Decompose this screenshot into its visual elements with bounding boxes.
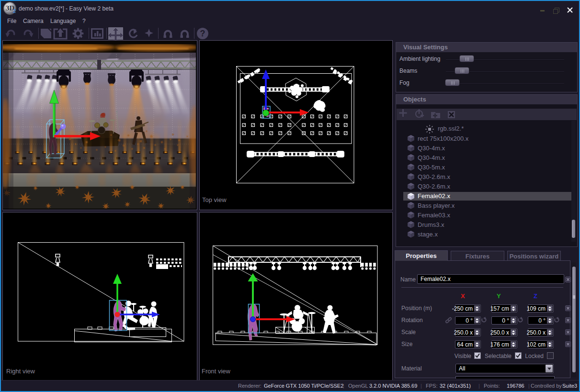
svg-text:?: ? [200,29,205,38]
svg-text:Right view: Right view [6,368,35,375]
svg-text:Front view: Front view [202,368,231,375]
svg-text:Top view: Top view [202,196,227,203]
